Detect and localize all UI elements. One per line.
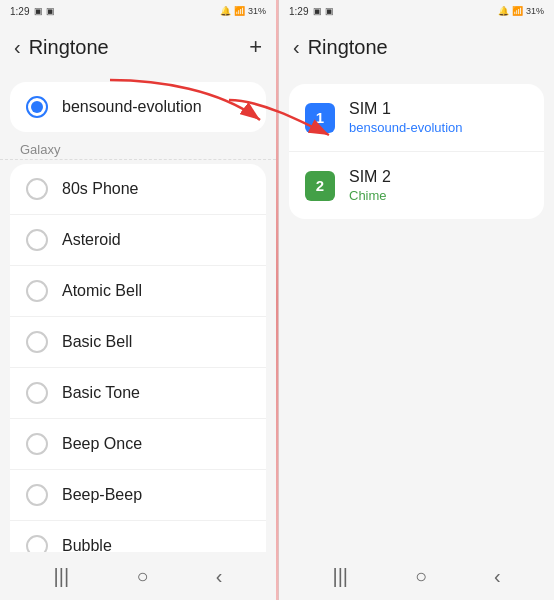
radio-unselected-3 <box>26 331 48 353</box>
status-right-right: 🔔 📶 31% <box>498 6 544 16</box>
battery-left: 31% <box>248 6 266 16</box>
status-bar-left: 1:29 ▣ ▣ 🔔 📶 31% <box>0 0 276 22</box>
radio-unselected-7 <box>26 535 48 552</box>
item-label-1: Asteroid <box>62 231 121 249</box>
list-item[interactable]: Bubble <box>10 521 266 552</box>
list-item[interactable]: Beep-Beep <box>10 470 266 521</box>
radio-unselected-4 <box>26 382 48 404</box>
item-label-0: 80s Phone <box>62 180 139 198</box>
list-item[interactable]: Beep Once <box>10 419 266 470</box>
list-item[interactable]: Asteroid <box>10 215 266 266</box>
sim1-item[interactable]: 1 SIM 1 bensound-evolution <box>289 84 544 152</box>
sim2-name: SIM 2 <box>349 168 391 186</box>
back-button-left[interactable]: ‹ <box>14 36 21 59</box>
home-icon-left[interactable]: ○ <box>136 565 148 588</box>
content-left: bensound-evolution Galaxy 80s Phone Aste… <box>0 72 276 552</box>
back-icon-right[interactable]: ‹ <box>494 565 501 588</box>
sim1-name: SIM 1 <box>349 100 462 118</box>
item-label-3: Basic Bell <box>62 333 132 351</box>
menu-icon-right[interactable]: ||| <box>332 565 348 588</box>
status-time-left: 1:29 ▣ ▣ <box>10 6 55 17</box>
sim2-badge: 2 <box>305 171 335 201</box>
status-right-left: 🔔 📶 31% <box>220 6 266 16</box>
list-item[interactable]: 80s Phone <box>10 164 266 215</box>
item-label-7: Bubble <box>62 537 112 552</box>
sim2-ringtone: Chime <box>349 188 391 203</box>
menu-icon-left[interactable]: ||| <box>54 565 70 588</box>
radio-unselected-5 <box>26 433 48 455</box>
page-title-right: Ringtone <box>308 36 388 59</box>
sim1-badge: 1 <box>305 103 335 133</box>
bell-icon-left: 🔔 <box>220 6 231 16</box>
section-label-galaxy: Galaxy <box>0 136 276 160</box>
home-icon-right[interactable]: ○ <box>415 565 427 588</box>
list-item[interactable]: Basic Bell <box>10 317 266 368</box>
time-right: 1:29 <box>289 6 308 17</box>
status-icons-right: ▣ ▣ <box>313 6 334 16</box>
header-left-group: ‹ Ringtone <box>14 36 109 59</box>
status-time-right: 1:29 ▣ ▣ <box>289 6 334 17</box>
wifi-icon-left: 📶 <box>234 6 245 16</box>
nav-bar-left: ||| ○ ‹ <box>0 552 276 600</box>
left-panel: 1:29 ▣ ▣ 🔔 📶 31% ‹ Ringtone + bensound-e… <box>0 0 276 600</box>
sim-list: 1 SIM 1 bensound-evolution 2 SIM 2 Chime <box>289 84 544 219</box>
item-label-6: Beep-Beep <box>62 486 142 504</box>
list-item[interactable]: Basic Tone <box>10 368 266 419</box>
selected-item[interactable]: bensound-evolution <box>10 82 266 132</box>
time-left: 1:29 <box>10 6 29 17</box>
item-label-2: Atomic Bell <box>62 282 142 300</box>
header-left: ‹ Ringtone + <box>0 22 276 72</box>
page-title-left: Ringtone <box>29 36 109 59</box>
right-panel: 1:29 ▣ ▣ 🔔 📶 31% ‹ Ringtone 1 SIM 1 bens… <box>278 0 554 600</box>
item-label-4: Basic Tone <box>62 384 140 402</box>
selected-label: bensound-evolution <box>62 98 202 116</box>
radio-selected <box>26 96 48 118</box>
sim-content: 1 SIM 1 bensound-evolution 2 SIM 2 Chime <box>279 72 554 552</box>
battery-right: 31% <box>526 6 544 16</box>
status-icons-left: ▣ ▣ <box>34 6 55 16</box>
radio-unselected-6 <box>26 484 48 506</box>
sim2-item[interactable]: 2 SIM 2 Chime <box>289 152 544 219</box>
radio-unselected-0 <box>26 178 48 200</box>
add-button-left[interactable]: + <box>249 34 262 60</box>
header-right: ‹ Ringtone <box>279 22 554 72</box>
ringtone-list: 80s Phone Asteroid Atomic Bell Basic Bel… <box>10 164 266 552</box>
sim1-info: SIM 1 bensound-evolution <box>349 100 462 135</box>
back-icon-left[interactable]: ‹ <box>216 565 223 588</box>
status-bar-right: 1:29 ▣ ▣ 🔔 📶 31% <box>279 0 554 22</box>
back-button-right[interactable]: ‹ <box>293 36 300 59</box>
bell-icon-right: 🔔 <box>498 6 509 16</box>
list-item[interactable]: Atomic Bell <box>10 266 266 317</box>
radio-unselected-2 <box>26 280 48 302</box>
sim1-ringtone: bensound-evolution <box>349 120 462 135</box>
item-label-5: Beep Once <box>62 435 142 453</box>
header-right-group: ‹ Ringtone <box>293 36 388 59</box>
nav-bar-right: ||| ○ ‹ <box>279 552 554 600</box>
radio-unselected-1 <box>26 229 48 251</box>
wifi-icon-right: 📶 <box>512 6 523 16</box>
sim2-info: SIM 2 Chime <box>349 168 391 203</box>
